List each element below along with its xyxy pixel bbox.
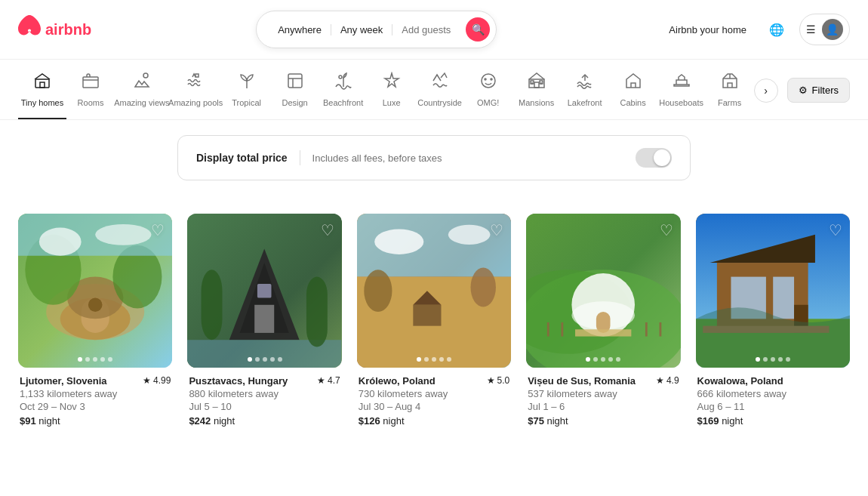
wishlist-button-5[interactable]: ♡ [829,221,842,239]
airbnb-your-home-link[interactable]: Airbnb your home [661,18,754,42]
svg-rect-25 [255,305,275,333]
logo[interactable]: airbnb [18,15,91,44]
category-cabins[interactable]: Cabins [609,72,657,119]
price-toggle-divider [300,150,300,165]
dot [255,357,260,362]
category-omg[interactable]: OMG! [464,72,512,119]
dot [424,357,429,362]
dot [263,357,267,362]
category-amazing-views[interactable]: Amazing views [115,72,169,119]
dot [93,357,97,362]
beachfront-icon [334,72,352,94]
category-rooms[interactable]: Rooms [66,72,115,119]
listing-top-row-1: Ljutomer, Slovenia ★4.99 [20,375,171,387]
search-guests[interactable]: Add guests [392,24,460,35]
star-icon: ★ [317,375,325,386]
search-location[interactable]: Anywhere [269,24,331,35]
header-right: Airbnb your home 🌐 ☰ 👤 [661,14,850,45]
lakefront-icon [576,72,594,94]
filters-button[interactable]: ⚙ Filters [787,78,850,103]
houseboats-icon [673,72,691,94]
listing-card-1[interactable]: ♡ Ljutomer, Slovenia ★4.99 1,133 kilomet… [18,214,172,427]
listing-image-4: ♡ [526,214,680,368]
category-farms[interactable]: Farms [706,72,754,119]
svg-point-36 [470,268,495,307]
dot [439,357,444,362]
search-dates[interactable]: Any week [331,24,392,35]
listing-price-4: $75 night [528,415,679,427]
listing-photo-3 [357,214,511,368]
listing-price-3: $126 night [359,415,509,427]
listing-price-2: $242 night [189,415,340,427]
dot [771,357,775,362]
listings-grid: ♡ Ljutomer, Slovenia ★4.99 1,133 kilomet… [18,214,850,427]
search-icon: 🔍 [472,23,485,35]
dot [593,357,598,362]
svg-rect-45 [575,329,631,336]
category-lakefront[interactable]: Lakefront [561,72,609,119]
wishlist-button-3[interactable]: ♡ [490,221,503,239]
listing-dates-3: Jul 30 – Aug 4 [359,401,509,412]
category-amazing-pools[interactable]: Amazing pools [169,72,223,119]
listing-card-5[interactable]: ♡ Kowalowa, Poland 666 kilometers away A… [696,214,850,427]
listing-dots-4 [586,357,620,362]
listing-card-4[interactable]: ♡ Vișeu de Sus, Romania ★4.9 537 kilomet… [526,214,680,427]
user-menu[interactable]: ☰ 👤 [799,14,850,45]
dot [85,357,90,362]
dot [78,357,82,362]
mansions-icon [528,72,546,94]
rooms-icon [82,72,100,94]
price-toggle-switch[interactable] [636,148,672,168]
farms-label: Farms [718,98,741,107]
avatar: 👤 [822,19,843,40]
search-bar[interactable]: Anywhere Any week Add guests 🔍 [256,11,497,48]
category-tropical[interactable]: Tropical [223,72,271,119]
price-toggle-banner: Display total price Includes all fees, b… [177,135,691,180]
svg-rect-47 [562,322,564,337]
globe-icon[interactable]: 🌐 [763,17,790,43]
listing-dots-5 [756,357,790,362]
search-button[interactable]: 🔍 [466,17,490,42]
listing-card-3[interactable]: ♡ Królewo, Poland ★5.0 730 kilometers aw… [357,214,511,427]
svg-point-35 [364,270,392,312]
svg-point-16 [88,297,103,312]
hamburger-icon: ☰ [806,23,816,35]
listing-price-1: $91 night [20,415,171,427]
category-luxe[interactable]: Luxe [368,72,416,119]
listing-dates-2: Jul 5 – 10 [189,401,340,412]
category-beachfront[interactable]: Beachfront [319,72,368,119]
category-tiny-homes[interactable]: Tiny homes [18,72,66,119]
luxe-icon [383,72,401,94]
svg-rect-8 [534,82,539,88]
listing-photo-5 [696,214,850,368]
dot [778,357,783,362]
svg-rect-26 [257,284,272,298]
amazing-pools-label: Amazing pools [168,98,223,107]
wishlist-button-4[interactable]: ♡ [660,221,673,239]
price-toggle-title: Display total price [196,152,288,164]
wishlist-button-1[interactable]: ♡ [151,221,165,239]
dot [417,357,421,362]
category-mansions[interactable]: Mansions [512,72,561,119]
omg-label: OMG! [477,98,499,107]
star-icon: ★ [143,375,151,386]
listing-image-5: ♡ [696,214,850,368]
category-design[interactable]: Design [271,72,319,119]
amazing-views-label: Amazing views [114,98,169,107]
mansions-label: Mansions [519,98,554,107]
dot [108,357,112,362]
wishlist-button-2[interactable]: ♡ [321,221,334,239]
lakefront-label: Lakefront [568,98,602,107]
farms-icon [721,72,739,94]
listing-info-5: Kowalowa, Poland 666 kilometers away Aug… [696,375,850,427]
listing-distance-1: 1,133 kilometers away [20,388,171,399]
category-houseboats[interactable]: Houseboats [657,72,706,119]
cabins-label: Cabins [620,98,645,107]
svg-rect-2 [83,77,98,88]
category-countryside[interactable]: Countryside [416,72,464,119]
svg-rect-28 [202,270,223,340]
listing-card-2[interactable]: ♡ Pusztavacs, Hungary ★4.7 880 kilometer… [187,214,341,427]
countryside-label: Countryside [417,98,462,107]
svg-point-6 [482,74,495,88]
category-next-arrow[interactable]: › [754,79,778,103]
